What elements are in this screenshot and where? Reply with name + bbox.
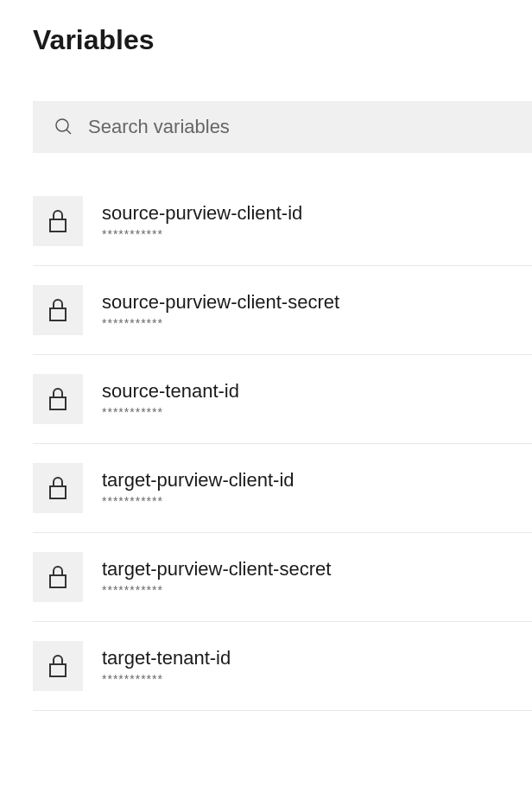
lock-badge: [33, 285, 83, 335]
variable-info: source-tenant-id ***********: [102, 379, 239, 420]
lock-icon: [48, 387, 68, 411]
lock-icon: [48, 654, 68, 678]
variable-value: ***********: [102, 672, 231, 686]
svg-rect-7: [50, 664, 66, 676]
variables-list: source-purview-client-id *********** sou…: [33, 196, 532, 711]
variable-value: ***********: [102, 494, 294, 508]
variable-info: source-purview-client-secret ***********: [102, 290, 339, 331]
svg-rect-2: [50, 219, 66, 232]
svg-point-0: [56, 119, 68, 131]
lock-badge: [33, 374, 83, 424]
page-title: Variables: [33, 24, 532, 56]
svg-rect-4: [50, 397, 66, 409]
variable-name: target-purview-client-secret: [102, 557, 331, 582]
variable-row[interactable]: source-purview-client-id ***********: [33, 196, 532, 266]
lock-badge: [33, 196, 83, 246]
search-input[interactable]: [88, 116, 511, 138]
variable-name: target-purview-client-id: [102, 468, 294, 493]
variable-row[interactable]: source-purview-client-secret ***********: [33, 266, 532, 355]
lock-badge: [33, 463, 83, 513]
lock-badge: [33, 641, 83, 691]
svg-rect-6: [50, 575, 66, 587]
lock-badge: [33, 552, 83, 602]
variable-value: ***********: [102, 227, 302, 241]
lock-icon: [48, 476, 68, 500]
variable-row[interactable]: target-purview-client-id ***********: [33, 444, 532, 533]
svg-rect-5: [50, 486, 66, 498]
svg-rect-3: [50, 308, 66, 320]
variable-name: source-purview-client-id: [102, 201, 302, 226]
lock-icon: [48, 298, 68, 322]
variable-name: source-tenant-id: [102, 379, 239, 404]
variable-value: ***********: [102, 405, 239, 419]
variable-name: source-purview-client-secret: [102, 290, 339, 315]
svg-line-1: [66, 130, 71, 134]
search-icon: [54, 117, 74, 137]
variable-info: target-purview-client-secret ***********: [102, 557, 331, 598]
variable-value: ***********: [102, 583, 331, 597]
variable-row[interactable]: target-tenant-id ***********: [33, 622, 532, 711]
lock-icon: [48, 565, 68, 589]
search-box[interactable]: [33, 101, 532, 153]
variable-value: ***********: [102, 316, 339, 330]
variable-row[interactable]: target-purview-client-secret ***********: [33, 533, 532, 622]
variable-info: target-tenant-id ***********: [102, 646, 231, 687]
variable-row[interactable]: source-tenant-id ***********: [33, 355, 532, 444]
variable-info: target-purview-client-id ***********: [102, 468, 294, 509]
variable-name: target-tenant-id: [102, 646, 231, 671]
lock-icon: [48, 209, 68, 233]
variable-info: source-purview-client-id ***********: [102, 201, 302, 242]
